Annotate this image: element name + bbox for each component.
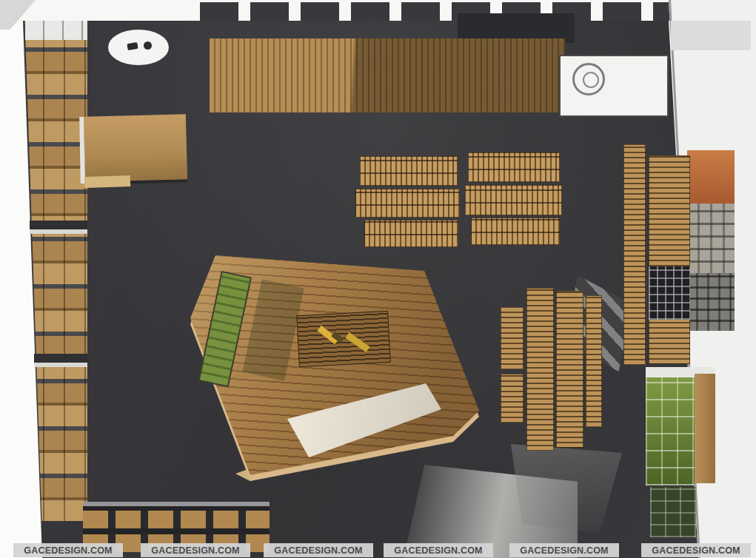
ceiling-light-fixture [108, 30, 169, 65]
shelf-top-surfaces [25, 21, 87, 40]
wall-poster-grid [687, 204, 735, 273]
desk-front-edge [84, 175, 130, 188]
watermark-text: GACEDESIGN.COM [394, 545, 482, 556]
hvac-fan-hub [583, 72, 599, 88]
slat-display-table [471, 218, 560, 245]
watermark-bar: GACEDESIGN.COM [384, 543, 493, 557]
vertical-slat-rack [556, 291, 583, 448]
shelf-top-edge [34, 363, 87, 367]
watermark-bar: GACEDESIGN.COM [141, 543, 250, 557]
green-shelf-wood-side [695, 374, 715, 483]
vertical-slat-rack [501, 374, 523, 423]
watermark-text: GACEDESIGN.COM [24, 545, 112, 556]
slat-display-table [465, 185, 562, 215]
watermark-text: GACEDESIGN.COM [520, 545, 608, 556]
slat-display-table [355, 189, 460, 218]
watermark-text: GACEDESIGN.COM [652, 545, 740, 556]
green-shelf-unit [646, 377, 695, 485]
slat-display-table [360, 156, 458, 186]
store-interior-render: GACEDESIGN.COM GACEDESIGN.COM GACEDESIGN… [0, 0, 756, 558]
slat-panel-shadow [210, 38, 565, 112]
wall-poster-bottom [687, 273, 735, 331]
green-shelf-unit-small [650, 487, 696, 537]
slat-display-table [468, 152, 560, 182]
watermark-bar: GACEDESIGN.COM [641, 543, 751, 557]
fixture-detail [144, 41, 152, 50]
shelf-top-edge [30, 229, 87, 234]
watermark-bar: GACEDESIGN.COM [13, 543, 123, 557]
vertical-slat-rack [501, 307, 523, 369]
skylight-panels [200, 2, 670, 21]
vertical-slat-rack [586, 295, 602, 427]
wall-shadow-band [671, 21, 751, 50]
vertical-slat-rack [526, 288, 554, 451]
rack-cubby-grid [649, 266, 690, 320]
wall-poster-top [687, 150, 735, 204]
wood-desk [84, 114, 187, 182]
slat-display-table [364, 220, 458, 247]
tall-slat-rack [623, 144, 646, 365]
tall-slat-rack [649, 155, 690, 364]
watermark-text: GACEDESIGN.COM [274, 545, 362, 556]
watermark-bar: GACEDESIGN.COM [509, 543, 619, 557]
watermark-text: GACEDESIGN.COM [151, 545, 239, 556]
watermark-bar: GACEDESIGN.COM [264, 543, 373, 557]
